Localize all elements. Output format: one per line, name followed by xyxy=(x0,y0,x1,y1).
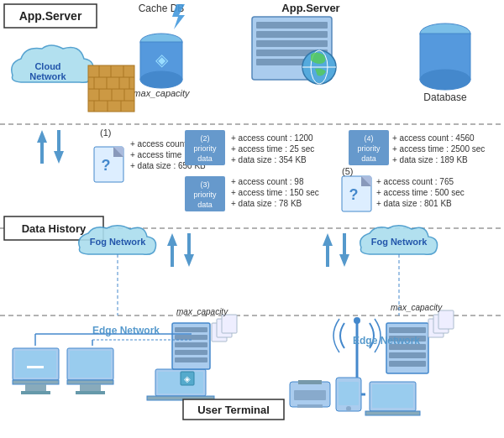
main-diagram: App.Server Cache DB ◈ max_capacity App.S… xyxy=(0,0,504,438)
svg-rect-100 xyxy=(67,380,113,384)
svg-text:data: data xyxy=(361,154,376,163)
svg-text:+ access time : 150 sec: + access time : 150 sec xyxy=(231,188,319,197)
svg-rect-110 xyxy=(175,342,207,347)
svg-text:◈: ◈ xyxy=(155,50,169,69)
svg-text:Fog Network: Fog Network xyxy=(371,237,428,247)
svg-text:?: ? xyxy=(349,186,359,203)
svg-point-24 xyxy=(420,70,470,90)
svg-text:priority: priority xyxy=(193,144,217,153)
svg-text:+ data size : 189 KB: + data size : 189 KB xyxy=(392,155,468,164)
svg-rect-95 xyxy=(25,384,46,391)
svg-marker-89 xyxy=(184,233,194,267)
svg-rect-141 xyxy=(365,411,420,415)
svg-text:+ data size : 78 KB: + data size : 78 KB xyxy=(231,199,302,208)
svg-rect-136 xyxy=(297,404,323,408)
svg-text:+ data size : 354 KB: + data size : 354 KB xyxy=(231,155,307,164)
svg-text:max_capacity: max_capacity xyxy=(133,88,191,98)
svg-text:+ access time : 25 sec: + access time : 25 sec xyxy=(231,144,314,154)
svg-text:Edge Network: Edge Network xyxy=(353,335,420,347)
svg-rect-111 xyxy=(175,350,207,355)
svg-text:+ access count : 1200: + access count : 1200 xyxy=(231,133,313,143)
svg-rect-127 xyxy=(389,361,426,367)
svg-text:+ access count : 4560: + access count : 4560 xyxy=(392,133,475,143)
svg-rect-142 xyxy=(372,384,413,408)
svg-marker-46 xyxy=(54,130,64,164)
svg-text:Cloud: Cloud xyxy=(34,61,60,71)
svg-text:+ access time : 500 sec: + access time : 500 sec xyxy=(376,188,465,197)
svg-text:▬▬: ▬▬ xyxy=(27,361,44,370)
svg-marker-45 xyxy=(37,130,47,164)
svg-point-9 xyxy=(140,71,182,88)
svg-text:◈: ◈ xyxy=(184,374,191,383)
svg-rect-108 xyxy=(175,327,207,332)
svg-rect-138 xyxy=(339,382,359,405)
svg-text:App.Server: App.Server xyxy=(19,9,82,23)
svg-rect-135 xyxy=(298,380,322,384)
svg-text:?: ? xyxy=(102,157,111,174)
svg-rect-14 xyxy=(256,22,328,29)
svg-rect-112 xyxy=(175,357,207,362)
svg-text:data: data xyxy=(197,154,213,163)
svg-text:(1): (1) xyxy=(100,128,111,138)
svg-text:max_capacity: max_capacity xyxy=(176,307,228,316)
svg-rect-130 xyxy=(438,310,454,329)
svg-point-121 xyxy=(354,317,360,324)
svg-rect-96 xyxy=(21,391,50,394)
svg-rect-101 xyxy=(80,384,101,391)
svg-text:Edge Network: Edge Network xyxy=(92,325,160,336)
svg-text:priority: priority xyxy=(357,144,381,153)
svg-text:Network: Network xyxy=(29,71,66,81)
svg-text:+ access count : 98: + access count : 98 xyxy=(231,177,304,186)
svg-rect-134 xyxy=(294,390,326,400)
svg-point-139 xyxy=(346,406,351,411)
svg-text:App.Server: App.Server xyxy=(281,2,339,14)
svg-text:(3): (3) xyxy=(201,180,210,189)
svg-text:+ data size : 801 KB: + data size : 801 KB xyxy=(376,199,452,208)
svg-text:Fog Network: Fog Network xyxy=(90,237,146,247)
svg-rect-109 xyxy=(175,335,207,340)
svg-rect-126 xyxy=(389,352,426,358)
svg-text:(5): (5) xyxy=(342,166,353,176)
svg-marker-88 xyxy=(167,233,177,267)
svg-rect-16 xyxy=(256,40,328,47)
svg-text:(4): (4) xyxy=(365,134,374,143)
svg-text:(2): (2) xyxy=(201,134,210,143)
svg-rect-15 xyxy=(256,31,328,38)
svg-text:data: data xyxy=(197,201,213,209)
svg-marker-91 xyxy=(339,233,349,267)
svg-text:Data History: Data History xyxy=(22,222,87,235)
svg-text:Database: Database xyxy=(423,91,467,103)
svg-text:+ access time : 2500 sec: + access time : 2500 sec xyxy=(392,144,485,154)
svg-rect-115 xyxy=(222,315,237,333)
svg-rect-94 xyxy=(13,380,59,384)
svg-rect-123 xyxy=(389,327,426,333)
svg-marker-90 xyxy=(323,233,333,267)
svg-rect-103 xyxy=(70,351,111,378)
svg-text:+ access count : 765: + access count : 765 xyxy=(376,177,454,186)
svg-text:User Terminal: User Terminal xyxy=(197,404,270,416)
svg-text:priority: priority xyxy=(193,190,217,199)
svg-text:max_capacity: max_capacity xyxy=(391,303,443,312)
svg-rect-102 xyxy=(76,391,105,394)
